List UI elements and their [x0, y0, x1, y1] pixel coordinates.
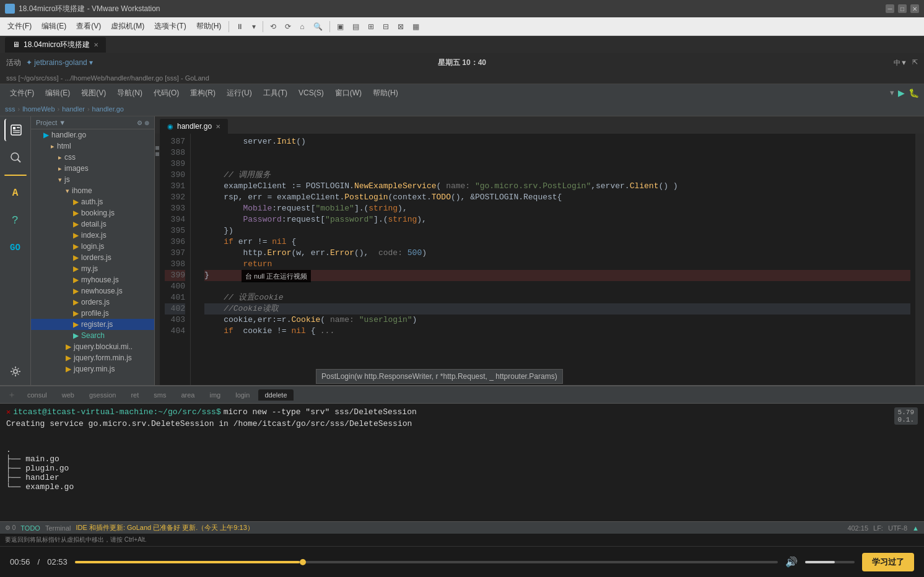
tree-item-js[interactable]: ▾ js	[31, 174, 154, 185]
vmware-btn-view6[interactable]: ▦	[409, 20, 422, 33]
menu-nav[interactable]: 导航(N)	[112, 86, 147, 100]
menu-refactor[interactable]: 重构(R)	[185, 86, 220, 100]
tree-item-orders[interactable]: ▶ orders.js	[31, 297, 154, 308]
svg-rect-1	[13, 127, 15, 129]
terminal-tab-img[interactable]: img	[203, 389, 227, 401]
vmware-menu-help[interactable]: 帮助(H)	[193, 20, 225, 33]
terminal-tab-sms[interactable]: sms	[147, 389, 172, 401]
tree-item-detail[interactable]: ▶ detail.js	[31, 219, 154, 230]
tree-item-handler-go[interactable]: ▶ handler.go	[31, 129, 154, 141]
terminal-tab-area[interactable]: area	[175, 389, 201, 401]
menu-view[interactable]: 视图(V)	[76, 86, 111, 100]
vmware-btn-pause[interactable]: ⏸	[233, 20, 246, 33]
vmware-menu-tabs[interactable]: 选项卡(T)	[150, 20, 190, 33]
code-line-398: return	[204, 259, 910, 270]
editor-tab-close[interactable]: ✕	[216, 123, 220, 130]
tree-item-jquery-blockui[interactable]: ▶ jquery.blockui.mi..	[31, 341, 154, 352]
tree-item-search[interactable]: ▶ Search	[31, 330, 154, 341]
menu-vcs[interactable]: VCS(S)	[294, 87, 329, 99]
vmware-btn-view1[interactable]: ▣	[334, 20, 347, 33]
terminal-tab-ret[interactable]: ret	[124, 389, 145, 401]
menu-file[interactable]: 文件(F)	[5, 86, 39, 100]
terminal-close-btn[interactable]: ✕	[6, 407, 11, 417]
breadcrumb-homeweb[interactable]: lhomeWeb	[22, 105, 54, 113]
status-todo[interactable]: TODO	[20, 524, 40, 532]
header-locale[interactable]: 中▼	[894, 58, 907, 67]
terminal-add-button[interactable]: ＋	[5, 389, 19, 401]
terminal-tab-ddelete[interactable]: ddelete	[258, 389, 293, 401]
activity-git[interactable]: A	[4, 182, 27, 204]
activity-settings[interactable]	[4, 360, 27, 383]
vmware-btn-fwd[interactable]: ⟳	[282, 20, 294, 33]
tree-item-myhouse[interactable]: ▶ myhouse.js	[31, 274, 154, 285]
tree-item-profile[interactable]: ▶ profile.js	[31, 308, 154, 319]
tree-item-booking[interactable]: ▶ booking.js	[31, 207, 154, 219]
editor-tab-handler[interactable]: ◉ handler.go ✕	[160, 119, 228, 134]
video-progress-bar[interactable]	[75, 561, 778, 563]
vmware-btn-dropdown[interactable]: ▾	[249, 20, 259, 33]
terminal-tab-consul[interactable]: consul	[21, 389, 53, 401]
minimize-button[interactable]: ─	[886, 4, 894, 13]
breadcrumb-sss[interactable]: sss	[5, 105, 15, 113]
tree-item-index[interactable]: ▶ index.js	[31, 230, 154, 241]
video-progress-knob[interactable]	[300, 559, 306, 565]
status-bar: ⚙ 0 TODO Terminal IDE 和插件更新: GoLand 已准备好…	[0, 521, 924, 534]
menu-edit[interactable]: 编辑(E)	[40, 86, 75, 100]
vmware-btn-back[interactable]: ⟲	[267, 20, 279, 33]
maximize-button[interactable]: □	[898, 4, 907, 13]
tree-item-newhouse[interactable]: ▶ newhouse.js	[31, 285, 154, 297]
terminal-tab-login[interactable]: login	[229, 389, 256, 401]
tree-item-css[interactable]: ▸ css	[31, 152, 154, 163]
tree-item-auth[interactable]: ▶ auth.js	[31, 196, 154, 207]
svg-line-6	[17, 160, 20, 163]
vmware-menu-file[interactable]: 文件(F)	[4, 20, 35, 33]
tree-item-ihome[interactable]: ▾ ihome	[31, 185, 154, 196]
vmware-btn-home[interactable]: ⌂	[297, 20, 307, 33]
vmware-menu-vm[interactable]: 虚拟机(M)	[107, 20, 148, 33]
volume-icon[interactable]: 🔊	[785, 556, 798, 568]
run-config-dropdown[interactable]: ▾	[890, 88, 894, 98]
activity-search[interactable]	[4, 146, 27, 168]
vmware-menu-view[interactable]: 查看(V)	[72, 20, 105, 33]
vmware-btn-search[interactable]: 🔍	[310, 20, 326, 33]
close-button[interactable]: ✕	[910, 4, 919, 13]
tree-item-login[interactable]: ▶ login.js	[31, 241, 154, 252]
vmware-menu-edit[interactable]: 编辑(E)	[38, 20, 70, 33]
tree-item-images[interactable]: ▸ images	[31, 163, 154, 174]
menu-window[interactable]: 窗口(W)	[330, 86, 367, 100]
activity-go[interactable]: GO	[4, 236, 27, 259]
run-button[interactable]: ▶	[898, 88, 905, 98]
terminal-tab-web[interactable]: web	[56, 389, 81, 401]
tree-item-jquery-form[interactable]: ▶ jquery.form.min.js	[31, 352, 154, 363]
tree-item-register[interactable]: ▶ register.js	[31, 319, 154, 330]
menu-tools[interactable]: 工具(T)	[258, 86, 292, 100]
activity-project[interactable]	[4, 119, 27, 141]
code-area[interactable]: 387 388 389 390 391 392 393 394 395 396 …	[155, 134, 924, 385]
code-line-388	[204, 147, 910, 158]
tree-item-lorders[interactable]: ▶ lorders.js	[31, 252, 154, 263]
tree-item-jquery-min[interactable]: ▶ jquery.min.js	[31, 363, 154, 375]
tree-item-my[interactable]: ▶ my.js	[31, 263, 154, 274]
status-terminal-label[interactable]: Terminal	[45, 524, 71, 532]
vmware-btn-view3[interactable]: ⊞	[365, 20, 377, 33]
debug-button[interactable]: 🐛	[909, 88, 919, 98]
menu-run[interactable]: 运行(U)	[222, 86, 257, 100]
menu-help[interactable]: 帮助(H)	[368, 86, 403, 100]
header-expand[interactable]: ⇱	[912, 58, 918, 67]
project-header[interactable]: Project ▼ ⚙ ⊕	[31, 116, 154, 129]
vmware-btn-view2[interactable]: ▤	[349, 20, 362, 33]
tree-item-html[interactable]: ▸ html	[31, 141, 154, 152]
menu-code[interactable]: 代码(O)	[149, 86, 184, 100]
breadcrumb-handler[interactable]: handler	[62, 105, 85, 113]
vmware-btn-view4[interactable]: ⊟	[380, 20, 392, 33]
breadcrumb-handler-go[interactable]: handler.go	[92, 105, 124, 113]
volume-slider[interactable]	[805, 561, 855, 563]
vm-tab-close[interactable]: ✕	[94, 41, 98, 48]
toolbar-separator3	[329, 21, 330, 32]
lesson-button[interactable]: 学习过了	[862, 553, 914, 571]
activity-help[interactable]: ?	[4, 209, 27, 232]
vmware-btn-view5[interactable]: ⊠	[394, 20, 407, 33]
terminal-tab-gsession[interactable]: gsession	[83, 389, 122, 401]
tree-settings[interactable]: ⚙ ⊕	[137, 119, 149, 126]
vm-tab-active[interactable]: 🖥 18.04micro环境搭建 ✕	[5, 37, 106, 53]
